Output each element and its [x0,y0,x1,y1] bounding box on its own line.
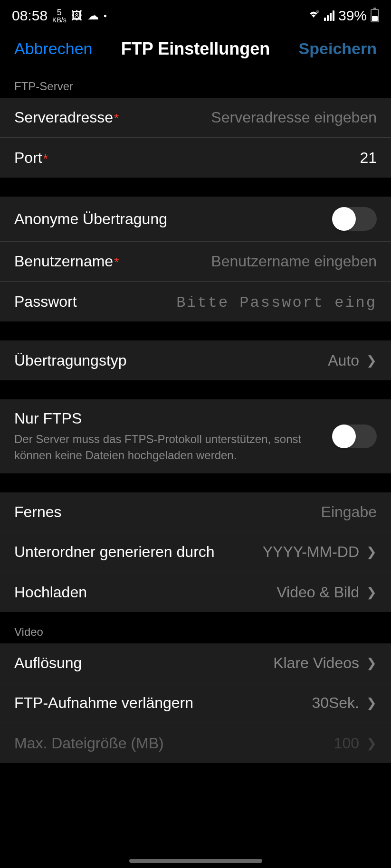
chevron-right-icon: ❯ [366,696,377,710]
row-max-filesize[interactable]: Max. Dateigröße (MB) 100❯ [0,723,391,763]
row-transfer-type[interactable]: Übertragungstyp Auto❯ [0,340,391,380]
chevron-right-icon: ❯ [366,545,377,559]
battery-percent: 39% [338,8,367,24]
transfer-type-value: Auto❯ [328,352,377,369]
svg-text:6: 6 [316,9,319,14]
remote-label: Fernes [14,503,62,521]
subfolder-value: YYYY-MM-DD❯ [263,543,377,561]
page-title: FTP Einstellungen [121,39,270,59]
server-address-label: Serveradresse* [14,109,119,126]
row-port[interactable]: Port* [0,138,391,178]
port-label: Port* [14,149,48,167]
row-upload[interactable]: Hochladen Video & Bild❯ [0,572,391,612]
upload-label: Hochladen [14,584,87,601]
section-video: Video [0,612,391,643]
remote-input[interactable] [71,503,377,521]
anonymous-toggle[interactable] [332,207,377,231]
ftps-only-sub: Der Server muss das FTPS-Protokoll unter… [14,431,323,463]
row-password[interactable]: Passwort [0,282,391,321]
row-resolution[interactable]: Auflösung Klare Videos❯ [0,643,391,683]
username-label: Benutzername* [14,253,119,270]
password-input[interactable] [86,293,377,311]
row-subfolder[interactable]: Unterordner generieren durch YYYY-MM-DD❯ [0,532,391,572]
status-left: 08:58 5 KB/s 🖼 ☁ ● [12,8,107,24]
username-input[interactable] [128,253,377,270]
cloud-icon: ☁ [87,9,99,22]
status-right: 6 39% [307,8,379,24]
dot-icon: ● [104,12,107,19]
extend-recording-label: FTP-Aufnahme verlängern [14,694,193,712]
chevron-right-icon: ❯ [366,736,377,751]
anonymous-label: Anonyme Übertragung [14,210,167,228]
extend-recording-value: 30Sek.❯ [312,694,377,712]
status-time: 08:58 [12,8,48,24]
row-anonymous: Anonyme Übertragung [0,197,391,242]
network-speed: 5 KB/s [52,8,67,23]
max-filesize-value: 100❯ [334,735,377,752]
chevron-right-icon: ❯ [366,656,377,670]
save-button[interactable]: Speichern [299,39,377,58]
resolution-value: Klare Videos❯ [273,654,377,672]
battery-icon [371,9,379,22]
content: FTP-Server Serveradresse* Port* Anonyme … [0,66,391,763]
wifi-icon: 6 [307,9,320,22]
password-label: Passwort [14,293,77,311]
resolution-label: Auflösung [14,654,82,672]
upload-value: Video & Bild❯ [277,584,377,601]
transfer-type-label: Übertragungstyp [14,352,127,369]
header: Abbrechen FTP Einstellungen Speichern [0,31,391,66]
cancel-button[interactable]: Abbrechen [14,39,92,58]
chevron-right-icon: ❯ [366,585,377,600]
section-ftp-server: FTP-Server [0,66,391,98]
server-address-input[interactable] [128,109,377,126]
nav-bar [0,854,391,868]
row-extend-recording[interactable]: FTP-Aufnahme verlängern 30Sek.❯ [0,683,391,723]
chevron-right-icon: ❯ [366,353,377,368]
row-remote[interactable]: Fernes [0,492,391,532]
nav-pill[interactable] [129,859,262,863]
port-input[interactable] [57,149,377,167]
status-bar: 08:58 5 KB/s 🖼 ☁ ● 6 39% [0,0,391,31]
ftps-only-toggle[interactable] [332,425,377,448]
row-ftps-only: Nur FTPS Der Server muss das FTPS-Protok… [0,399,391,473]
row-username[interactable]: Benutzername* [0,242,391,282]
image-icon: 🖼 [71,9,83,22]
max-filesize-label: Max. Dateigröße (MB) [14,735,164,752]
signal-icon [324,10,334,21]
row-server-address[interactable]: Serveradresse* [0,98,391,138]
ftps-only-label: Nur FTPS [14,410,323,427]
subfolder-label: Unterordner generieren durch [14,543,215,561]
